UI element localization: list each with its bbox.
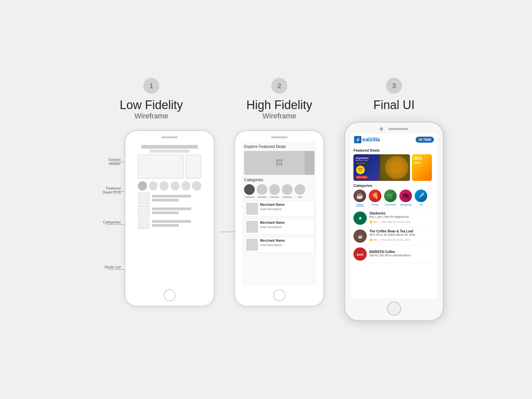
cat-item-coffee[interactable]: ☕ Coffee: [353, 190, 366, 206]
hifi-image-icon: 🖼: [276, 159, 283, 167]
featured-section: Featured Deals TAQUERIA Mexican Food Spe…: [351, 146, 437, 182]
hifi-deal-img-1: [246, 203, 258, 215]
hifi-explore-title: Explore Featured Deals: [244, 144, 315, 149]
cat-item-shopping[interactable]: 🛍 Shopping: [399, 190, 412, 206]
lofi-line-1b: [152, 199, 179, 201]
hifi-deal-2: Merchant Name Deal Description: [244, 219, 315, 235]
lofi-deal-lines-3: [152, 220, 201, 227]
lofi-speaker: [161, 136, 178, 138]
lofi-line-3b: [152, 224, 179, 227]
hifi-screen: Explore Featured Deals 🖼 Categories Cate…: [242, 142, 317, 286]
lofi-home-btn: [164, 289, 176, 301]
ann-featured-deals: FeaturedDeals (3-5): [103, 186, 121, 194]
hifi-content: Explore Featured Deals 🖼 Categories Cate…: [242, 142, 317, 286]
step-2-section: 2 High Fidelity Wireframe Explore Featur…: [234, 78, 324, 307]
lofi-deal-3: [138, 218, 201, 229]
hifi-cat-col-2: Category: [257, 184, 267, 198]
cat-circle-coffee: ☕: [353, 190, 366, 202]
hifi-cat-4: [282, 184, 293, 195]
barista-name: BARISTA Coffee: [369, 250, 435, 254]
hifi-deal-img-2: [246, 221, 258, 233]
logo-bolt-icon: ⚡: [355, 137, 361, 142]
step-3-badge: 3: [386, 78, 402, 94]
hifi-merchant-2: Merchant Name: [260, 221, 285, 224]
hifi-deal-img-3: [246, 239, 258, 251]
hifi-cat-5: [295, 184, 305, 195]
step-2-title: High Fidelity: [246, 98, 312, 112]
hifi-cat-1: [244, 184, 255, 195]
banner-text: TAQUERIA Mexican Food Special now: [355, 157, 369, 165]
ann-categories: Categories: [103, 220, 121, 224]
lofi-deal-img-1: [138, 193, 149, 204]
lofi-deal-2: [138, 205, 201, 216]
app-header: ⚡ ealzilla 🎫 7800: [351, 133, 437, 146]
lofi-line-1a: [152, 195, 191, 198]
final-screen-area: ⚡ ealzilla 🎫 7800 Featured Deals: [351, 133, 437, 298]
app-logo: ⚡ ealzilla: [354, 136, 380, 143]
lofi-line-3a: [152, 220, 191, 223]
cat-item-groceries[interactable]: 🛒 Groceries: [384, 190, 397, 206]
starbucks-name: Starbucks: [369, 211, 435, 215]
ann-line-4: [108, 269, 125, 270]
hifi-speaker: [271, 136, 288, 138]
hifi-desc-2: Deal Description: [260, 225, 285, 229]
barista-info: BARISTA Coffee Flat Rs 250 off on select…: [369, 250, 435, 258]
deal-row-barista[interactable]: BAR BARISTA Coffee Flat Rs 250 off on se…: [353, 245, 435, 263]
hifi-categories: Category Category Category Category: [244, 184, 315, 198]
step-1-subtitle: Wireframe: [134, 112, 168, 120]
cat-label-coffee: Coffee: [356, 203, 363, 206]
hifi-home-btn: [273, 289, 285, 301]
ann-section-header: SectionHeader: [108, 158, 121, 166]
lofi-line-2a: [152, 207, 191, 210]
lofi-line-2b: [152, 211, 179, 214]
hifi-cat-label-3: Category: [270, 196, 279, 198]
coffeebean-desc: 30% off on all orders above Rs 1000: [369, 233, 435, 236]
final-top-bar: [345, 123, 443, 131]
lofi-deal-lines-1: [152, 195, 201, 201]
lofi-featured-area: [138, 155, 201, 179]
barista-desc: Flat Rs 250 off on selected items: [369, 254, 435, 257]
secondary-banner-label: WEEK: [414, 162, 421, 164]
featured-banners: TAQUERIA Mexican Food Special now 25% OF…: [353, 154, 435, 181]
coffeebean-sep: |: [379, 237, 380, 243]
hifi-desc-1: Deal Description: [260, 207, 285, 211]
secondary-banner-card[interactable]: 30% WEEK: [412, 154, 432, 181]
step-1-section: 1 Low Fidelity Wireframe SectionHeader F…: [88, 78, 214, 307]
lofi-featured-main: [138, 155, 184, 179]
svg-text:☕: ☕: [358, 234, 363, 239]
banner-brand: TAQUERIA: [355, 157, 369, 159]
secondary-banner-pct: 30%: [414, 156, 422, 161]
points-icon: 🎫: [418, 138, 422, 141]
hifi-cat-col-5: Cate: [295, 184, 305, 198]
coffeebean-points: 🟡 350: [369, 238, 377, 241]
discount-badge: 25% OFF: [356, 166, 365, 174]
hifi-merchant-1: Merchant Name: [260, 203, 285, 206]
step-1-badge: 1: [143, 78, 159, 94]
lofi-cat-4: [171, 181, 180, 191]
hifi-cat-col-1: Category: [244, 184, 255, 198]
coffeebean-validity: Offer Valid Till, 30 Apr, 2029: [381, 239, 410, 241]
cat-label-travel: Tra: [419, 203, 423, 206]
lofi-deal-1: [138, 193, 201, 204]
hifi-deal-3: Merchant Name Deal Description: [244, 237, 315, 253]
svg-text:★: ★: [358, 215, 362, 221]
hifi-categories-title: Categories: [244, 178, 315, 182]
deals-list: ★ Starbucks Buy 1 get 1 free for frappuc…: [351, 208, 437, 264]
hifi-merchant-3: Merchant Name: [260, 239, 285, 242]
hifi-deal-text-1: Merchant Name Deal Description: [260, 203, 285, 211]
final-phone-frame: ⚡ ealzilla 🎫 7800 Featured Deals: [344, 122, 444, 321]
step-2-badge: 2: [271, 78, 287, 94]
cat-item-pizza[interactable]: 🍕 Pizza: [369, 190, 381, 206]
ann-deals-list: Deals List: [105, 265, 121, 269]
deal-row-coffeebean[interactable]: ☕ The Coffee Bean & Tea Leaf 30% off on …: [353, 227, 435, 245]
final-home-btn[interactable]: [387, 302, 401, 316]
cat-item-travel[interactable]: ✈️ Tra: [415, 190, 427, 206]
hifi-cat-3: [269, 184, 280, 195]
deal-row-starbucks[interactable]: ★ Starbucks Buy 1 get 1 free for frappuc…: [353, 209, 435, 227]
main-banner-card[interactable]: TAQUERIA Mexican Food Special now 25% OF…: [353, 154, 410, 181]
lofi-cat-2: [149, 181, 158, 191]
step-2-subtitle: Wireframe: [262, 112, 296, 120]
starbucks-sep: |: [379, 219, 380, 225]
barista-logo: BAR: [353, 247, 367, 261]
buy-now-btn[interactable]: BUY NOW: [355, 176, 368, 179]
